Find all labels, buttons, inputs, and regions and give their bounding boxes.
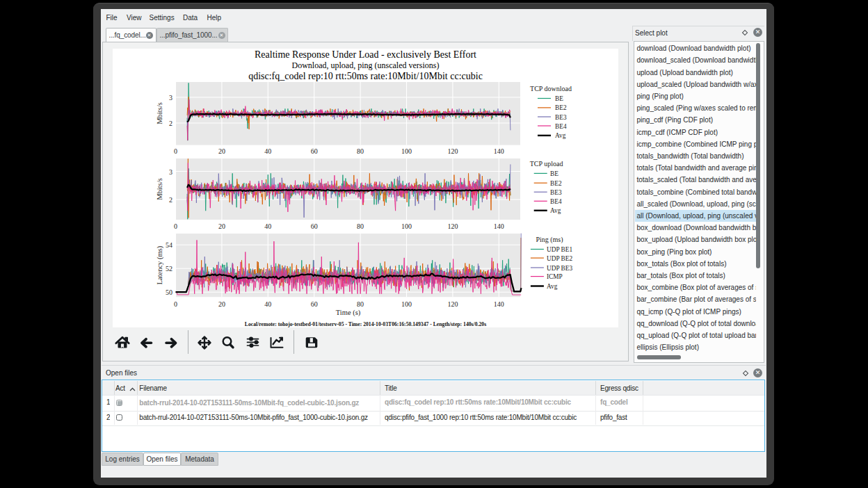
svg-text:BE3: BE3 (555, 114, 567, 121)
svg-text:BE4: BE4 (550, 198, 562, 205)
svg-text:Mbits/s: Mbits/s (156, 102, 163, 124)
svg-text:BE: BE (555, 95, 563, 102)
svg-text:Ping (ms): Ping (ms) (536, 236, 563, 244)
svg-text:50: 50 (166, 288, 172, 296)
svg-text:Time (s): Time (s) (336, 309, 361, 317)
svg-text:100: 100 (401, 147, 412, 155)
svg-text:52: 52 (166, 265, 172, 273)
svg-text:BE2: BE2 (555, 104, 567, 111)
svg-text:ICMP: ICMP (547, 273, 563, 280)
svg-text:Latency (ms): Latency (ms) (156, 245, 164, 284)
svg-text:UDP BE3: UDP BE3 (547, 265, 572, 272)
svg-text:120: 120 (447, 147, 458, 155)
svg-text:140: 140 (494, 222, 504, 230)
svg-text:20: 20 (218, 222, 225, 230)
svg-text:BE2: BE2 (550, 180, 562, 187)
svg-text:0: 0 (174, 147, 177, 155)
svg-text:BE4: BE4 (555, 123, 567, 130)
svg-text:2: 2 (169, 196, 172, 204)
svg-text:Download, upload, ping (unscal: Download, upload, ping (unscaled version… (292, 60, 440, 70)
svg-text:qdisc:fq_codel rep:10 rtt:50ms: qdisc:fq_codel rep:10 rtt:50ms rate:10Mb… (248, 71, 483, 81)
svg-text:60: 60 (311, 147, 318, 155)
svg-text:Realtime Response Under Load -: Realtime Response Under Load - exclusive… (255, 49, 476, 60)
svg-text:Avg: Avg (550, 207, 561, 214)
svg-text:40: 40 (264, 222, 271, 230)
svg-text:140: 140 (494, 147, 504, 155)
svg-text:54: 54 (166, 241, 172, 249)
svg-text:100: 100 (401, 222, 412, 230)
svg-text:60: 60 (311, 222, 318, 230)
svg-text:100: 100 (401, 300, 412, 308)
svg-text:2: 2 (169, 120, 172, 127)
svg-text:Avg: Avg (555, 132, 566, 139)
svg-text:20: 20 (218, 147, 225, 155)
svg-text:80: 80 (357, 222, 364, 230)
svg-text:40: 40 (264, 300, 271, 308)
svg-text:UDP BE2: UDP BE2 (547, 255, 572, 262)
svg-text:TCP upload: TCP upload (530, 160, 563, 168)
svg-text:120: 120 (447, 222, 458, 230)
svg-text:UDP BE1: UDP BE1 (547, 246, 572, 253)
svg-text:140: 140 (494, 300, 504, 308)
svg-text:20: 20 (218, 300, 225, 308)
svg-text:40: 40 (264, 147, 271, 155)
svg-text:120: 120 (447, 300, 458, 308)
svg-text:BE3: BE3 (550, 189, 562, 196)
svg-text:0: 0 (174, 300, 177, 308)
svg-text:3: 3 (169, 168, 172, 176)
svg-text:80: 80 (357, 147, 364, 155)
svg-text:Mbits/s: Mbits/s (156, 178, 163, 200)
svg-text:3: 3 (169, 94, 172, 101)
svg-text:BE: BE (550, 170, 558, 177)
svg-text:0: 0 (174, 222, 177, 230)
svg-text:TCP download: TCP download (530, 85, 572, 92)
svg-text:Avg: Avg (547, 283, 558, 290)
svg-text:60: 60 (311, 300, 318, 308)
svg-text:80: 80 (357, 300, 364, 308)
